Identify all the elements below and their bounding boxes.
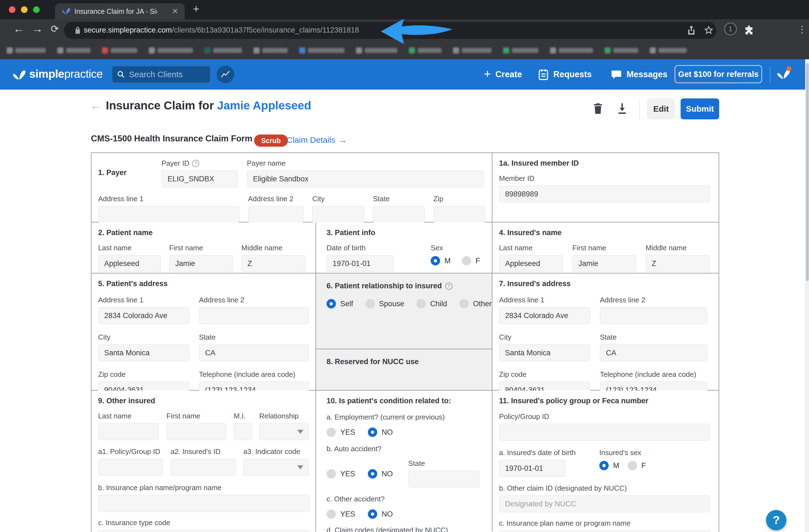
close-tab-icon[interactable]: ✕ [172,7,178,16]
password-manager-extension-icon[interactable]: 1 [724,22,737,35]
bookmark-item[interactable] [6,47,46,53]
minimize-window-button[interactable] [21,6,28,13]
member-id-input[interactable]: 89898989 [499,186,710,203]
client-name-link[interactable]: Jamie Appleseed [217,99,311,112]
bookmark-item[interactable] [254,47,288,53]
insured-sex-male-radio[interactable]: M [599,461,619,470]
bookmark-item[interactable] [550,47,593,53]
download-claim-button[interactable] [617,102,628,116]
other-insured-relationship-select[interactable] [259,423,309,440]
insured-dob-input[interactable]: 1970-01-01 [499,460,566,477]
patient-middle-name-input[interactable]: Z [241,255,305,272]
back-arrow-icon[interactable]: ← [90,98,103,113]
other-accident-no-radio[interactable]: NO [368,510,393,519]
requests-button[interactable]: Requests [538,59,592,90]
help-circle-icon[interactable]: ? [445,282,452,290]
patient-first-name-input[interactable]: Jamie [169,255,233,272]
relationship-self-radio[interactable]: Self [327,299,353,308]
insured-address1-input[interactable]: 2834 Colorado Ave [499,307,590,324]
other-insured-indicator-select[interactable] [243,459,309,476]
browser-tab[interactable]: Insurance Claim for JA - Simple ✕ [55,3,185,19]
bookmark-item[interactable] [102,47,137,53]
payer-state-input[interactable] [373,206,425,223]
payer-name-input[interactable]: Eligible Sandbox [247,170,484,187]
insured-last-name-input[interactable]: Appleseed [499,255,563,272]
patient-state-input[interactable]: CA [199,344,309,361]
bookmark-item[interactable] [605,47,638,53]
payer-address1-input[interactable] [98,206,239,223]
bookmark-item[interactable] [503,47,538,53]
relationship-spouse-radio[interactable]: Spouse [365,299,404,308]
bookmark-item[interactable] [299,47,344,53]
other-insured-policy-input[interactable] [98,459,163,476]
insured-sex-female-radio[interactable]: F [628,461,646,470]
other-insured-mi-input[interactable] [234,423,252,440]
payer-city-input[interactable] [312,206,364,223]
auto-accident-state-input[interactable] [408,470,479,487]
help-circle-icon[interactable]: ? [192,160,199,167]
relationship-other-radio[interactable]: Other [459,299,492,308]
back-icon[interactable]: ← [13,22,24,35]
extensions-puzzle-icon[interactable] [743,24,755,37]
other-accident-yes-radio[interactable]: YES [327,510,355,519]
patient-address2-input[interactable] [199,307,309,324]
browser-menu-icon[interactable]: ⋮ [797,24,807,35]
other-claim-id-input[interactable]: Designated by NUCC [499,495,710,512]
policy-group-id-input[interactable] [499,424,710,441]
relationship-child-radio[interactable]: Child [416,299,447,308]
bookmark-item[interactable] [356,47,397,53]
delete-claim-button[interactable] [592,102,603,116]
employment-no-radio[interactable]: NO [368,428,393,437]
other-insured-last-input[interactable] [98,423,159,440]
simplepractice-logo[interactable]: simplepractice [12,67,103,81]
payer-address2-input[interactable] [248,206,304,223]
notifications-butterfly-icon[interactable] [776,65,792,82]
insured-city-input[interactable]: Santa Monica [499,344,590,361]
other-insured-plan-name-input[interactable] [98,495,310,512]
bookmark-item[interactable] [204,47,242,53]
insured-middle-name-input[interactable]: Z [646,255,709,272]
insured-address2-input[interactable] [600,307,707,324]
auto-accident-yes-radio[interactable]: YES [327,469,355,479]
patient-dob-input[interactable]: 1970-01-01 [327,255,394,272]
other-insured-first-input[interactable] [167,423,226,440]
sex-female-radio[interactable]: F [462,256,480,265]
messages-button[interactable]: Messages [610,59,667,90]
analytics-button[interactable] [217,66,234,83]
close-window-button[interactable] [9,6,15,13]
scrollbar-thumb[interactable] [806,63,809,281]
other-insured-type-code-select[interactable] [98,530,310,532]
insured-state-input[interactable]: CA [600,344,707,361]
forward-icon[interactable]: → [32,22,43,35]
insured-first-name-input[interactable]: Jamie [572,255,636,272]
sex-male-radio[interactable]: M [431,256,451,265]
employment-yes-radio[interactable]: YES [327,428,355,437]
insurance-plan-name-input[interactable] [499,530,710,532]
create-button[interactable]: + Create [484,59,522,90]
zoom-window-button[interactable] [33,6,40,13]
bookmark-item[interactable] [149,47,193,53]
bookmark-star-icon[interactable] [704,25,714,36]
new-tab-button[interactable]: + [193,3,199,15]
referral-button[interactable]: Get $100 for referrals [674,65,762,83]
scrollbar[interactable] [805,59,809,532]
help-button[interactable]: ? [766,510,787,530]
edit-button[interactable]: Edit [647,98,675,119]
auto-accident-no-radio[interactable]: NO [368,469,393,479]
other-insured-id-input[interactable] [171,459,236,476]
bookmark-item[interactable] [453,47,492,53]
payer-zip-input[interactable] [433,206,485,223]
search-clients-input[interactable]: Search Clients [112,66,210,83]
bookmark-item[interactable] [57,47,90,53]
payer-id-input[interactable]: ELIG_SNDBX [161,170,238,187]
bookmark-item[interactable] [650,47,687,53]
radio-selected-icon [368,428,377,437]
claim-details-link[interactable]: Claim Details → [287,135,347,145]
patient-address1-input[interactable]: 2834 Colorado Ave [98,307,189,324]
share-icon[interactable] [687,25,696,37]
bookmark-item[interactable] [409,47,442,53]
submit-button[interactable]: Submit [681,98,719,119]
reload-icon[interactable]: ⟳ [51,23,59,35]
patient-city-input[interactable]: Santa Monica [98,344,189,361]
patient-last-name-input[interactable]: Appleseed [98,255,161,272]
